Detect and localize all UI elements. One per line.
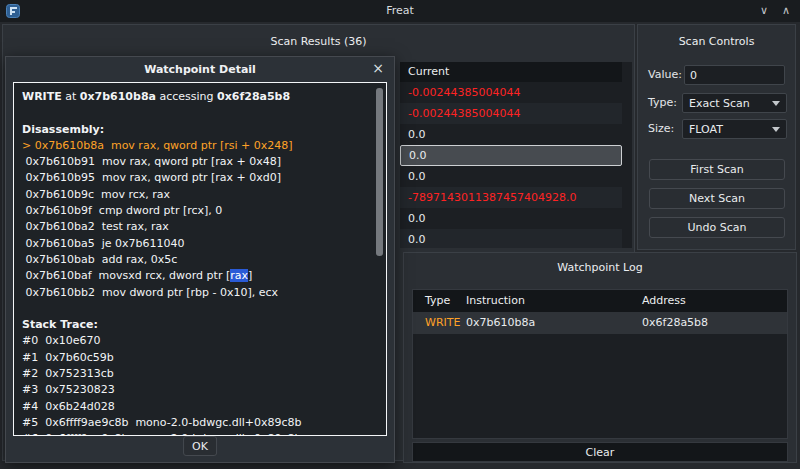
clear-button[interactable]: Clear	[412, 442, 788, 462]
watchpoint-log-panel: Watchpoint Log Type Instruction Address …	[403, 252, 797, 463]
log-address: 0x6f28a5b8	[642, 312, 787, 334]
watchpoint-log-header: Type Instruction Address	[413, 290, 787, 312]
scan-result-row[interactable]: 0.0	[400, 166, 622, 187]
titlebar: Freat ∨ ∧	[0, 0, 800, 22]
scan-result-row[interactable]: 0.0	[400, 229, 622, 248]
value-label: Value:	[648, 68, 682, 81]
type-label: Type:	[648, 96, 677, 109]
disassembly-line: > 0x7b610b8a mov rax, qword ptr [rsi + 0…	[22, 138, 378, 154]
disassembly-line: 0x7b610bab add rax, 0x5c	[22, 252, 378, 268]
watchpoint-log-title: Watchpoint Log	[404, 261, 796, 274]
scan-controls-panel: Scan Controls Value: Type: Exact Scan Si…	[637, 24, 796, 250]
stack-trace-heading: Stack Trace:	[22, 317, 378, 333]
scan-result-row[interactable]: 0.0	[400, 124, 622, 145]
disassembly-line: 0x7b610ba5 je 0x7b611040	[22, 236, 378, 252]
disassembly-line: 0x7b610baf movsxd rcx, dword ptr [rax]	[22, 268, 378, 284]
window-title: Freat	[0, 0, 800, 22]
blank-line	[22, 301, 378, 317]
scan-result-row[interactable]: -7897143011387457404928.0	[400, 187, 622, 208]
highlighted-register: rax	[230, 269, 248, 282]
scan-results-column-header[interactable]: Current	[400, 62, 622, 82]
chevron-down-icon	[772, 101, 780, 106]
watchpoint-op: WRITE	[22, 90, 62, 103]
disassembly-line: 0x7b610ba2 test rax, rax	[22, 219, 378, 235]
stack-frame: #1 0x7b60c59b	[22, 350, 378, 366]
next-scan-button[interactable]: Next Scan	[649, 188, 785, 209]
disassembly-line: 0x7b610bb2 mov dword ptr [rbp - 0x10], e…	[22, 285, 378, 301]
watchpoint-instruction-address: 0x7b610b8a	[80, 90, 156, 103]
size-label: Size:	[648, 122, 674, 135]
scan-result-row[interactable]: -0.00244385004044	[400, 103, 622, 124]
type-row: Type: Exact Scan	[638, 93, 795, 113]
disassembly-line: 0x7b610b95 mov rax, qword ptr [rax + 0xd…	[22, 170, 378, 186]
scan-type-select[interactable]: Exact Scan	[682, 93, 787, 113]
value-input[interactable]	[684, 65, 785, 85]
scan-result-row[interactable]: 0.0	[400, 208, 622, 229]
log-col-instruction[interactable]: Instruction	[466, 290, 642, 312]
scan-controls-title: Scan Controls	[638, 35, 795, 48]
close-icon[interactable]: ×	[372, 60, 384, 76]
watchpoint-summary: WRITE at 0x7b610b8a accessing 0x6f28a5b8	[22, 89, 378, 105]
scan-size-select[interactable]: FLOAT	[682, 119, 787, 139]
watchpoint-log-row[interactable]: WRITE0x7b610b8a0x6f28a5b8	[413, 312, 787, 334]
value-row: Value:	[638, 65, 795, 85]
disassembly-line: 0x7b610b91 mov rax, qword ptr [rax + 0x4…	[22, 154, 378, 170]
scan-results-table: Current -0.00244385004044-0.002443850040…	[400, 62, 632, 248]
stack-frame: #2 0x752313cb	[22, 366, 378, 382]
stack-frame: #4 0x6b24d028	[22, 399, 378, 415]
scan-results-list: -0.00244385004044-0.002443850040440.00.0…	[400, 82, 632, 248]
scrollbar-thumb[interactable]	[376, 88, 383, 256]
disassembly-heading: Disassembly:	[22, 122, 378, 138]
size-row: Size: FLOAT	[638, 119, 795, 139]
scan-result-row[interactable]: 0.0	[400, 145, 622, 166]
disassembly-line: 0x7b610b9f cmp dword ptr [rcx], 0	[22, 203, 378, 219]
maximize-button[interactable]: ∧	[782, 0, 790, 22]
watchpoint-log-rows: WRITE0x7b610b8a0x6f28a5b8	[413, 312, 787, 334]
window-controls: ∨ ∧	[760, 0, 790, 22]
watchpoint-detail-text[interactable]: WRITE at 0x7b610b8a accessing 0x6f28a5b8…	[13, 82, 387, 436]
scan-type-value: Exact Scan	[689, 97, 750, 110]
watchpoint-target-address: 0x6f28a5b8	[217, 90, 290, 103]
log-type: WRITE	[413, 312, 466, 334]
log-col-address[interactable]: Address	[642, 290, 787, 312]
blank-line	[22, 105, 378, 121]
log-col-type[interactable]: Type	[413, 290, 466, 312]
watchpoint-detail-title: Watchpoint Detail	[6, 63, 394, 76]
stack-frame: #3 0x75230823	[22, 382, 378, 398]
watchpoint-log-table: Type Instruction Address WRITE0x7b610b8a…	[412, 289, 788, 439]
first-scan-button[interactable]: First Scan	[649, 159, 785, 180]
scan-results-title: Scan Results (36)	[3, 35, 634, 48]
watchpoint-detail-dialog: Watchpoint Detail × WRITE at 0x7b610b8a …	[5, 56, 395, 463]
stack-frame: #0 0x10e670	[22, 333, 378, 349]
chevron-down-icon	[772, 127, 780, 132]
scan-result-row[interactable]: -0.00244385004044	[400, 82, 622, 103]
disassembly-lines: > 0x7b610b8a mov rax, qword ptr [rsi + 0…	[22, 138, 378, 301]
ok-button[interactable]: OK	[183, 436, 217, 456]
scan-size-value: FLOAT	[689, 123, 723, 136]
undo-scan-button[interactable]: Undo Scan	[649, 217, 785, 238]
stack-trace-lines: #0 0x10e670#1 0x7b60c59b#2 0x752313cb#3 …	[22, 333, 378, 436]
minimize-button[interactable]: ∨	[760, 0, 768, 22]
stack-frame: #5 0x6ffff9ae9c8b mono-2.0-bdwgc.dll+0x8…	[22, 415, 378, 431]
log-instruction: 0x7b610b8a	[466, 312, 642, 334]
disassembly-line: 0x7b610b9c mov rcx, rax	[22, 187, 378, 203]
